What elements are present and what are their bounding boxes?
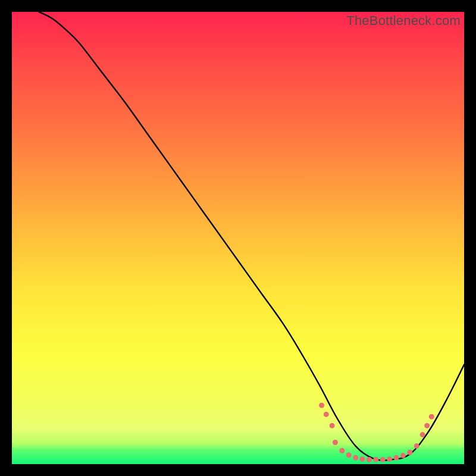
highlight-dot — [414, 443, 419, 449]
highlight-dot — [324, 412, 329, 417]
highlight-dots — [319, 403, 434, 462]
highlight-dot — [319, 403, 324, 408]
highlight-dot — [330, 423, 335, 428]
highlight-dot — [420, 432, 425, 437]
bottleneck-curve-path — [39, 12, 464, 461]
bottleneck-curve — [39, 12, 464, 461]
highlight-dot — [367, 457, 372, 462]
highlight-dot — [394, 455, 399, 461]
highlight-dot — [407, 450, 412, 455]
watermark-text: TheBottleneck.com — [346, 13, 461, 29]
highlight-dot — [400, 453, 406, 458]
highlight-dot — [424, 423, 430, 428]
highlight-dot — [429, 414, 434, 419]
highlight-dot — [360, 456, 365, 462]
highlight-dot — [353, 455, 358, 461]
highlight-dot — [387, 456, 392, 462]
chart-frame: TheBottleneck.com — [12, 12, 464, 464]
highlight-dot — [380, 457, 386, 462]
highlight-dot — [346, 452, 352, 458]
highlight-dot — [373, 457, 378, 462]
chart-overlay — [12, 12, 464, 464]
highlight-dot — [333, 440, 338, 445]
highlight-dot — [339, 448, 345, 453]
plot-area: TheBottleneck.com — [12, 12, 464, 464]
